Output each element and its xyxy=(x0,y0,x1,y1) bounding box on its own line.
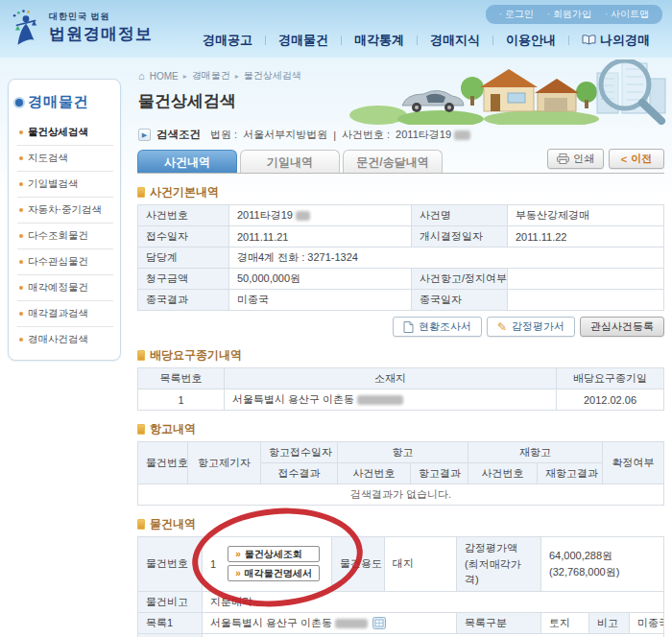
sidebar-item-sale-results[interactable]: 매각결과검색 xyxy=(17,301,113,327)
section-bullet-icon xyxy=(137,187,145,198)
breadcrumb-detail-search[interactable]: 물건상세검색 xyxy=(244,69,301,83)
sidebar-item-date-search[interactable]: 기일별검색 xyxy=(17,172,113,198)
main-content: ⌂ HOME ▸ 경매물건 ▸ 물건상세검색 물건상세검색 ▶ 검색조건 법원 … xyxy=(125,58,672,637)
register-interest-label: 관심사건등록 xyxy=(590,319,654,334)
printer-icon xyxy=(557,153,569,164)
note-label: 비고 xyxy=(589,612,630,633)
breadcrumb: ⌂ HOME ▸ 경매물건 ▸ 물건상세검색 xyxy=(138,69,664,83)
list-no-value: 1 xyxy=(138,389,225,411)
utility-links: 로그인 회원가입 사이트맵 xyxy=(486,5,662,24)
case-no-value: 2011타경19 xyxy=(229,205,412,226)
previous-label: 이전 xyxy=(631,152,652,166)
list1-value: 서울특별시 용산구 이촌동 xyxy=(203,612,457,633)
brand-small: 대한민국 법원 xyxy=(49,11,153,23)
login-link[interactable]: 로그인 xyxy=(499,8,534,21)
arrow-icon: » xyxy=(235,569,241,578)
censored-blur xyxy=(357,395,403,405)
tab-bar: 사건내역 기일내역 문건/송달내역 인쇄 < 이전 xyxy=(137,149,664,174)
sidebar-item-detail-search[interactable]: 물건상세검색 xyxy=(17,120,113,146)
case-no-label: 사건번호 : xyxy=(342,128,390,142)
dividend-date-header: 배당요구종기일 xyxy=(557,368,664,389)
sidebar-item-most-favorited[interactable]: 다수관심물건 xyxy=(17,249,113,275)
item-status-label: 물건상태 xyxy=(138,633,203,637)
nav-my-auction-label: 나의경매 xyxy=(600,33,650,47)
document-icon xyxy=(403,321,414,333)
tab-documents[interactable]: 문건/송달내역 xyxy=(343,150,443,173)
site-logo[interactable]: 대한민국 법원 법원경매정보 xyxy=(10,9,153,47)
sitemap-link[interactable]: 사이트맵 xyxy=(605,8,649,21)
sidebar-item-upcoming-sale[interactable]: 매각예정물건 xyxy=(17,275,113,301)
note-value: 미종국 xyxy=(630,612,664,633)
breadcrumb-auction-items[interactable]: 경매물건 xyxy=(192,69,230,83)
section-bullet-icon xyxy=(137,350,145,361)
nav-auction-knowledge[interactable]: 경매지식 xyxy=(418,32,492,49)
print-label: 인쇄 xyxy=(573,152,594,166)
site-header: 대한민국 법원 법원경매정보 로그인 회원가입 사이트맵 경매공고 경매물건 매… xyxy=(0,0,672,58)
list1-label: 목록1 xyxy=(138,612,203,633)
reappeal-result-header: 재항고결과 xyxy=(538,463,603,484)
appeal-status-label: 사건항고/정지여부 xyxy=(412,269,508,290)
document-buttons: 현황조사서 ✎ 감정평가서 관심사건등록 xyxy=(137,317,664,337)
court-figure-icon xyxy=(10,9,42,47)
section-title-case-basic: 사건기본내역 xyxy=(137,184,664,201)
tab-schedule[interactable]: 기일내역 xyxy=(240,150,340,173)
tab-case-detail[interactable]: 사건내역 xyxy=(137,150,237,173)
reappeal-case-no-header: 사건번호 xyxy=(468,463,538,484)
nav-auction-notice[interactable]: 경매공고 xyxy=(190,32,265,49)
final-date-value xyxy=(508,290,664,311)
breadcrumb-home[interactable]: HOME xyxy=(150,71,179,82)
list-no-header: 목록번호 xyxy=(138,368,225,389)
usage-label: 물건용도 xyxy=(332,537,385,592)
registry-record-icon[interactable] xyxy=(372,617,386,629)
status-report-button[interactable]: 현황조사서 xyxy=(393,317,482,337)
item-no-label: 물건번호 xyxy=(138,537,203,592)
section-bullet-icon xyxy=(137,519,145,530)
sidebar-item-map-search[interactable]: 지도검색 xyxy=(17,146,113,172)
usage-value: 대지 xyxy=(385,537,457,592)
item-remark-value: 지분매각 xyxy=(203,591,664,612)
court-name: 서울서부지방법원 xyxy=(243,128,327,142)
item-remark-label: 물건비고 xyxy=(138,591,203,612)
appeal-result-header: 항고결과 xyxy=(411,463,468,484)
arrow-icon: » xyxy=(235,550,241,559)
pencil-icon: ✎ xyxy=(497,321,507,333)
nav-auction-items[interactable]: 경매물건 xyxy=(266,32,341,49)
censored-blur xyxy=(454,130,470,140)
main-nav: 경매공고 경매물건 매각통계 경매지식 이용안내 나의경매 xyxy=(190,32,662,49)
appraisal-report-button[interactable]: ✎ 감정평가서 xyxy=(487,317,575,337)
arrow-bullet-icon: ▶ xyxy=(138,129,151,141)
sidebar-item-case-search[interactable]: 경매사건검색 xyxy=(17,327,113,352)
appraisal-value: 64,000,288원(32,768,000원) xyxy=(541,537,664,592)
nav-user-guide[interactable]: 이용안내 xyxy=(493,32,568,49)
court-label: 법원 : xyxy=(210,128,237,142)
court-auction-page: 대한민국 법원 법원경매정보 로그인 회원가입 사이트맵 경매공고 경매물건 매… xyxy=(0,0,672,637)
sale-spec-button[interactable]: »매각물건명세서 xyxy=(228,565,320,581)
previous-button[interactable]: < 이전 xyxy=(609,149,664,169)
receipt-result-header: 접수결과 xyxy=(261,463,338,484)
nav-sale-stats[interactable]: 매각통계 xyxy=(342,32,417,49)
print-button[interactable]: 인쇄 xyxy=(547,149,604,169)
sidebar-item-most-viewed[interactable]: 다수조회물건 xyxy=(17,224,113,249)
location-value: 서울특별시 용산구 이촌동 xyxy=(225,389,557,411)
reappeal-group-header: 재항고 xyxy=(468,442,603,463)
signup-link[interactable]: 회원가입 xyxy=(547,8,591,21)
item-no-cell: 1 »물건상세조회 »매각물건명세서 xyxy=(203,537,332,592)
list-type-label: 목록구분 xyxy=(457,612,541,633)
item-detail-button[interactable]: »물건상세조회 xyxy=(228,546,320,562)
censored-blur xyxy=(335,619,368,628)
sidebar-item-vehicle-search[interactable]: 자동차·중기검색 xyxy=(17,198,113,224)
claim-amount-label: 청구금액 xyxy=(138,269,229,290)
register-interest-button[interactable]: 관심사건등록 xyxy=(580,317,664,337)
item-table: 물건번호 1 »물건상세조회 »매각물건명세서 물건용도 대지 xyxy=(137,536,664,637)
section-title-dividend: 배당요구종기내역 xyxy=(137,347,664,364)
section-bullet-icon xyxy=(137,424,145,435)
nav-my-auction[interactable]: 나의경매 xyxy=(569,32,662,49)
appeal-table: 물건번호 항고제기자 항고접수일자 항고 재항고 확정여부 접수결과 사건번호 … xyxy=(137,441,664,506)
section-title-item: 물건내역 xyxy=(137,516,664,532)
item-no-header: 물건번호 xyxy=(138,442,188,484)
appraisal-label: 감정평가액(최저매각가격) xyxy=(457,537,541,592)
page-title: 물건상세검색 xyxy=(138,90,664,112)
case-name-label: 사건명 xyxy=(412,205,508,226)
bullet-ring-icon xyxy=(15,99,23,106)
case-basic-table: 사건번호 2011타경19 사건명 부동산강제경매 접수일자 2011.11.2… xyxy=(137,204,664,311)
